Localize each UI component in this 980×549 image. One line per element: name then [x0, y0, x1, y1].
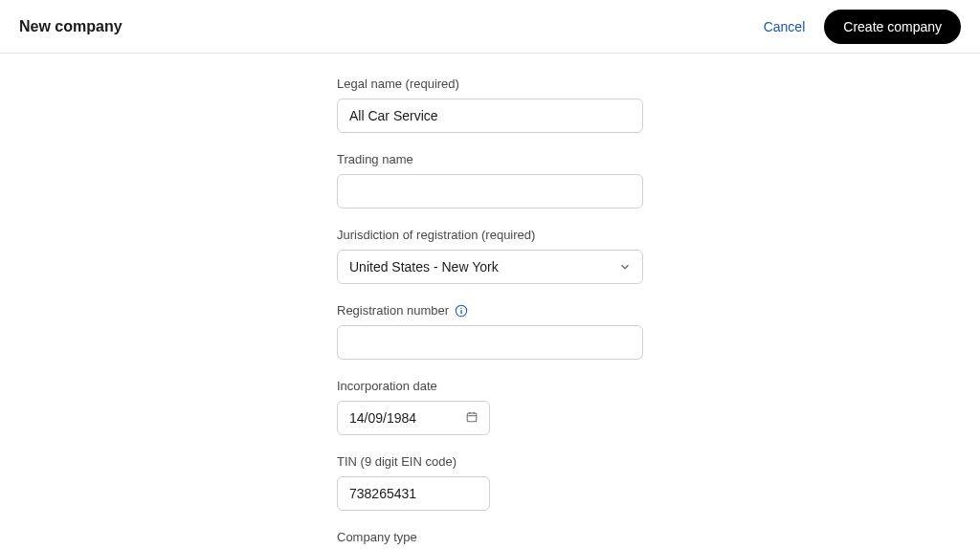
tin-label: TIN (9 digit EIN code)	[337, 454, 643, 469]
page-header: New company Cancel Create company	[0, 0, 980, 54]
registration-number-label: Registration number	[337, 303, 449, 318]
trading-name-group: Trading name	[337, 152, 643, 209]
tin-input[interactable]	[337, 476, 490, 511]
legal-name-group: Legal name (required)	[337, 77, 643, 133]
tin-group: TIN (9 digit EIN code)	[337, 454, 643, 511]
registration-number-input[interactable]	[337, 325, 643, 360]
registration-number-group: Registration number	[337, 303, 643, 360]
registration-number-label-row: Registration number	[337, 303, 643, 318]
svg-point-2	[460, 307, 461, 308]
legal-name-label: Legal name (required)	[337, 77, 643, 91]
incorporation-date-group: Incorporation date	[337, 379, 643, 435]
legal-name-input[interactable]	[337, 99, 643, 133]
info-icon[interactable]	[455, 304, 468, 318]
incorporation-date-label: Incorporation date	[337, 379, 643, 393]
company-form: Legal name (required) Trading name Juris…	[337, 77, 643, 549]
jurisdiction-select-wrapper: United States - New York	[337, 250, 643, 284]
incorporation-date-input[interactable]	[337, 401, 490, 435]
trading-name-input[interactable]	[337, 174, 643, 209]
company-type-label: Company type	[337, 530, 643, 544]
page-title: New company	[19, 18, 122, 35]
jurisdiction-group: Jurisdiction of registration (required) …	[337, 228, 643, 284]
jurisdiction-label: Jurisdiction of registration (required)	[337, 228, 643, 242]
cancel-button[interactable]: Cancel	[760, 11, 810, 42]
trading-name-label: Trading name	[337, 152, 643, 166]
jurisdiction-select[interactable]: United States - New York	[337, 250, 643, 284]
header-actions: Cancel Create company	[760, 10, 961, 44]
company-type-group: Company type Limited Liability Company	[337, 530, 643, 549]
create-company-button[interactable]: Create company	[824, 10, 961, 44]
date-input-wrapper	[337, 401, 490, 435]
